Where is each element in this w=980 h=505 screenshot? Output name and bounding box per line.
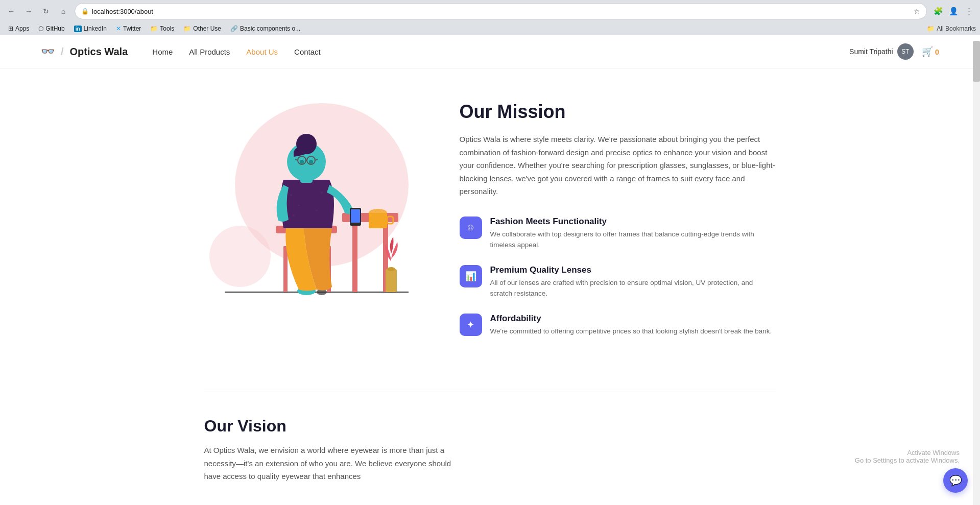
browser-titlebar: ← → ↻ ⌂ 🔒 localhost:3000/about ☆ 🧩 👤 ⋮ (0, 0, 980, 22)
nav-contact[interactable]: Contact (294, 47, 321, 56)
avatar[interactable]: ST (897, 43, 914, 60)
avatar-initials: ST (901, 48, 909, 55)
feature-fashion-title: Fashion Meets Functionality (490, 217, 776, 227)
linkedin-icon: in (74, 26, 82, 32)
sparkle-icon: ✦ (467, 319, 474, 330)
svg-point-20 (300, 160, 304, 164)
bookmark-twitter-label: Twitter (123, 25, 141, 32)
sitting-person-illustration (204, 93, 419, 318)
page-wrapper: 👓 / Optics Wala Home All Products About … (0, 35, 980, 505)
nav-about-us[interactable]: About Us (246, 47, 278, 56)
svg-point-29 (321, 191, 323, 194)
user-info: Sumit Tripathi ST (849, 43, 914, 60)
svg-point-21 (309, 160, 313, 164)
bookmark-linkedin[interactable]: in LinkedIn (70, 23, 111, 34)
browser-actions: 🧩 👤 ⋮ (931, 4, 976, 18)
navbar: 👓 / Optics Wala Home All Products About … (0, 35, 980, 68)
bookmark-tools-label: Tools (160, 25, 174, 32)
bookmark-linkedin-label: LinkedIn (84, 25, 107, 32)
browser-chrome: ← → ↻ ⌂ 🔒 localhost:3000/about ☆ 🧩 👤 ⋮ ⊞… (0, 0, 980, 35)
feature-fashion: ☺ Fashion Meets Functionality We collabo… (460, 217, 776, 251)
other-folder-icon: 📁 (183, 25, 191, 32)
tools-folder-icon: 📁 (150, 25, 158, 32)
bookmark-basic-label: Basic components o... (240, 25, 300, 32)
bookmark-other-use-label: Other Use (193, 25, 221, 32)
scrollbar-thumb[interactable] (973, 41, 980, 82)
link-icon: 🔗 (230, 25, 238, 32)
bookmark-tools[interactable]: 📁 Tools (146, 23, 178, 34)
main-content: Our Mission Optics Wala is where style m… (163, 68, 817, 505)
chat-icon: 💬 (949, 474, 962, 487)
navbar-right: Sumit Tripathi ST 🛒 0 (849, 43, 939, 60)
svg-rect-5 (352, 221, 357, 292)
bookmarks-right: 📁 All Bookmarks (927, 25, 976, 32)
star-icon[interactable]: ☆ (914, 7, 920, 15)
github-icon: ⬡ (38, 25, 43, 32)
bookmark-other-use[interactable]: 📁 Other Use (179, 23, 225, 34)
feature-affordability-desc: We're committed to offering competitive … (490, 326, 772, 337)
bookmark-apps[interactable]: ⊞ Apps (4, 23, 33, 34)
feature-fashion-icon-box: ☺ (460, 217, 482, 239)
nav-home[interactable]: Home (152, 47, 173, 56)
feature-lenses-text: Premium Quality Lenses All of our lenses… (490, 265, 776, 299)
bookmarks-bar: ⊞ Apps ⬡ GitHub in LinkedIn ✕ Twitter 📁 … (0, 22, 980, 35)
feature-affordability-icon-box: ✦ (460, 314, 482, 336)
glasses-icon: 👓 (41, 45, 55, 58)
all-bookmarks-label: All Bookmarks (937, 25, 976, 32)
extensions-button[interactable]: 🧩 (931, 4, 945, 18)
feature-fashion-text: Fashion Meets Functionality We collabora… (490, 217, 776, 251)
profile-button[interactable]: 👤 (946, 4, 961, 18)
brand-separator: / (61, 46, 64, 58)
reload-button[interactable]: ↻ (39, 4, 53, 18)
brand-name: Optics Wala (70, 46, 128, 58)
vision-title: Our Vision (204, 417, 776, 436)
mission-illustration (204, 93, 419, 318)
cart-button[interactable]: 🛒 0 (922, 46, 939, 57)
svg-rect-1 (283, 246, 288, 292)
svg-point-12 (387, 267, 395, 271)
feature-affordability: ✦ Affordability We're committed to offer… (460, 314, 776, 337)
forward-button[interactable]: → (21, 4, 36, 18)
bookmark-github-label: GitHub (45, 25, 64, 32)
mission-content: Our Mission Optics Wala is where style m… (460, 93, 776, 351)
feature-lenses-title: Premium Quality Lenses (490, 265, 776, 275)
svg-point-28 (298, 205, 299, 206)
svg-point-30 (316, 210, 317, 211)
lock-icon: 🔒 (81, 8, 89, 15)
vision-section: Our Vision At Optics Wala, we envision a… (204, 392, 776, 483)
svg-rect-9 (369, 213, 387, 228)
bookmark-twitter[interactable]: ✕ Twitter (112, 23, 145, 34)
bookmark-basic-components[interactable]: 🔗 Basic components o... (226, 23, 304, 34)
cart-icon: 🛒 (922, 46, 933, 57)
mission-title: Our Mission (460, 101, 776, 123)
browser-controls: ← → ↻ ⌂ (4, 4, 70, 18)
chart-icon: 📊 (465, 271, 476, 282)
feature-affordability-text: Affordability We're committed to offerin… (490, 314, 772, 337)
back-button[interactable]: ← (4, 4, 18, 18)
bookmark-apps-label: Apps (15, 25, 29, 32)
address-bar[interactable]: localhost:3000/about (92, 8, 911, 15)
address-bar-container[interactable]: 🔒 localhost:3000/about ☆ (75, 3, 927, 19)
home-button[interactable]: ⌂ (56, 4, 70, 18)
apps-grid-icon: ⊞ (8, 25, 13, 32)
nav-all-products[interactable]: All Products (189, 47, 230, 56)
navbar-links: Home All Products About Us Contact (152, 47, 320, 56)
svg-point-27 (290, 194, 292, 196)
feature-fashion-desc: We collaborate with top designers to off… (490, 229, 776, 251)
bookmarks-folder-icon: 📁 (927, 25, 935, 32)
bookmark-github[interactable]: ⬡ GitHub (34, 23, 68, 34)
feature-lenses-icon-box: 📊 (460, 265, 482, 287)
feature-lenses: 📊 Premium Quality Lenses All of our lens… (460, 265, 776, 299)
svg-point-31 (293, 214, 295, 217)
feature-affordability-title: Affordability (490, 314, 772, 324)
svg-rect-16 (351, 209, 360, 223)
brand-logo[interactable]: 👓 / Optics Wala (41, 45, 128, 58)
menu-button[interactable]: ⋮ (962, 4, 976, 18)
vision-description: At Optics Wala, we envision a world wher… (204, 444, 460, 483)
mission-section: Our Mission Optics Wala is where style m… (204, 93, 776, 351)
twitter-icon: ✕ (116, 25, 121, 32)
feature-lenses-desc: All of our lenses are crafted with preci… (490, 277, 776, 299)
chat-fab-button[interactable]: 💬 (943, 468, 968, 493)
smiley-icon: ☺ (466, 222, 475, 233)
scrollbar[interactable] (973, 41, 980, 505)
